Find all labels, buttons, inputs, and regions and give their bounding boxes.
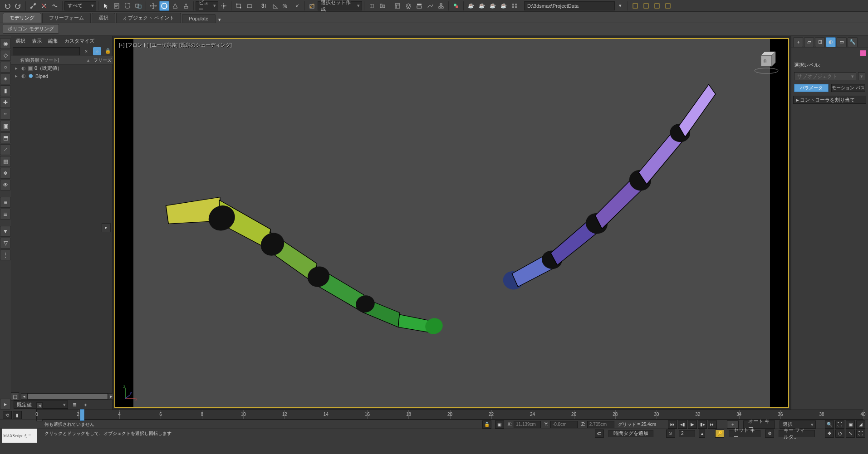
search-sync-icon[interactable]: ⟐ [93,47,101,55]
rotate-icon[interactable] [159,1,169,11]
maxscript-mini-listener[interactable]: MAXScript ミニ [2,429,37,443]
manipulate-icon[interactable] [234,1,244,11]
unlink-icon[interactable] [39,1,49,11]
frame-spinner[interactable] [679,430,695,437]
coord-y-input[interactable] [550,421,578,428]
expand-icon[interactable]: ▸ [14,73,19,79]
render-prod-icon[interactable]: ☕ [488,1,498,11]
move-icon[interactable] [148,1,158,11]
viewport-side-toggle-icon[interactable]: ▸ [102,223,111,232]
filter-bone-icon[interactable]: ⟋ [0,144,11,155]
tree-row-layer-default[interactable]: ▸ ◐ 0（既定値） [11,64,114,72]
prev-frame-icon[interactable]: ◂▮ [678,420,687,429]
orbit-icon[interactable]: ⭯ [835,430,844,438]
rendered-frame-icon[interactable]: ☕ [477,1,487,11]
visibility-icon[interactable]: ◐ [21,65,26,71]
schematic-view-icon[interactable] [436,1,446,11]
filter-spacewarp-icon[interactable]: ≈ [0,109,11,120]
filter-hidden-icon[interactable]: 👁 [0,180,11,190]
ribbon-sub-polygon[interactable]: ポリゴン モデリング [3,24,59,34]
key-filters-icon[interactable]: ⚙ [765,430,774,438]
placement-icon[interactable] [181,1,191,11]
workspace-icon-4[interactable] [663,1,673,11]
percent-snap-icon[interactable]: % [281,1,291,11]
hscroll-left-icon[interactable]: ◂ [21,393,27,400]
zoom-icon[interactable]: 🔍 [825,420,834,429]
key-mode-dropdown[interactable]: 選択 [780,420,816,429]
ribbon-tab-populate[interactable]: Populate [182,14,215,23]
named-selection-set-dropdown[interactable]: 選択セット作成 [318,1,362,10]
se-menu-display[interactable]: 表示 [29,37,44,45]
scene-explorer-tree[interactable]: ▸ ◐ 0（既定値） ▸ ◐ ⬣ Biped [11,64,114,393]
project-browse-icon[interactable]: ▾ [615,1,625,11]
frame-spinner-up-icon[interactable]: ▴ [699,430,705,438]
filter-shapes-icon[interactable]: ○ [0,62,11,73]
workspace-icon-3[interactable] [652,1,662,11]
object-color-swatch[interactable] [860,50,866,56]
goto-start-icon[interactable]: ⏮ [668,420,677,429]
se-menu-select[interactable]: 選択 [13,37,28,45]
goto-end-icon[interactable]: ⏭ [708,420,717,429]
material-editor-icon[interactable] [451,1,461,11]
filter-helpers-icon[interactable]: ✚ [0,97,11,108]
visibility-icon[interactable]: ◐ [21,73,26,79]
time-ruler[interactable]: 0246810121416182022242628303234363840 [36,410,863,420]
link-icon[interactable] [28,1,38,11]
time-slider-step-icon[interactable]: ▮ [13,411,22,419]
time-slider-mode-icon[interactable]: ⟲ [3,411,12,419]
project-path-input[interactable] [524,1,615,10]
select-by-name-icon[interactable] [112,1,122,11]
render-active-icon[interactable] [510,1,520,11]
column-name[interactable]: 名前(昇順でソート) [17,57,87,63]
time-tag-icon[interactable]: 🏷 [595,430,604,438]
time-tag-button[interactable]: 時間タグを追加 [608,430,653,437]
viewcube[interactable]: 前 [753,48,780,75]
layer-manager-icon[interactable]: ≣ [70,400,78,409]
filter-container-icon[interactable]: ▦ [0,156,11,167]
keyboard-shortcut-icon[interactable] [245,1,255,11]
se-menu-edit[interactable]: 編集 [45,37,61,45]
zoom-extents-icon[interactable]: ▣ [846,420,855,429]
tab-hierarchy-icon[interactable]: ⊞ [815,37,825,47]
tree-row-biped[interactable]: ▸ ◐ ⬣ Biped [11,72,114,80]
search-clear-icon[interactable]: × [82,47,90,55]
render-iter-icon[interactable]: ☕ [499,1,509,11]
sel-filter-3-icon[interactable]: ⋮ [0,249,11,260]
play-icon[interactable]: ▶ [688,420,697,429]
new-layer-icon[interactable]: ＋ [81,400,89,409]
window-crossing-icon[interactable] [133,1,143,11]
se-menu-customize[interactable]: カスタマイズ [62,37,97,45]
ribbon-toggle-icon[interactable]: ▾ [218,17,221,23]
column-freeze[interactable]: フリーズ [91,57,114,63]
filter-groups-icon[interactable]: ▣ [0,121,11,132]
workspace-icon-2[interactable] [641,1,651,11]
pan-icon[interactable]: ✥ [825,430,834,438]
time-handle[interactable] [80,409,84,421]
filter-all-icon[interactable]: ◉ [0,38,11,49]
tab-create-icon[interactable]: ＋ [793,37,803,47]
parameters-button[interactable]: パラメータ [794,84,829,92]
tab-utilities-icon[interactable]: 🔧 [848,37,858,47]
viewport-front[interactable]: [+] [フロント] [ユーザ定義] [既定のシェーディング] [114,38,789,408]
edit-named-sel-icon[interactable] [307,1,317,11]
filter-cameras-icon[interactable]: ▮ [0,85,11,96]
snap-toggle-icon[interactable]: 3 [260,1,270,11]
zoom-all-icon[interactable]: ⛶ [835,420,844,429]
display-toggle-2-icon[interactable]: ≣ [0,209,11,220]
scale-icon[interactable] [170,1,180,11]
spinner-snap-icon[interactable] [292,1,302,11]
mirror-icon[interactable]: ◫ [367,1,377,11]
filter-lights-icon[interactable]: ✶ [0,73,11,84]
display-toggle-1-icon[interactable]: ≡ [0,197,11,208]
filter-xref-icon[interactable]: ⬒ [0,132,11,143]
next-frame-icon[interactable]: ▮▸ [698,420,707,429]
fov-icon[interactable]: ◢ [856,420,865,429]
align-icon[interactable] [378,1,387,11]
sel-filter-2-icon[interactable]: ▽ [0,238,11,249]
ribbon-tab-modeling[interactable]: モデリング [3,13,41,23]
key-toggle-icon[interactable]: 🔑 [715,430,724,438]
layer-explorer-icon[interactable] [403,1,413,11]
motion-path-button[interactable]: モーション パス [831,84,866,92]
search-lock-icon[interactable]: 🔒 [104,47,112,55]
ribbon-tab-objectpaint[interactable]: オブジェクト ペイント [116,13,181,23]
